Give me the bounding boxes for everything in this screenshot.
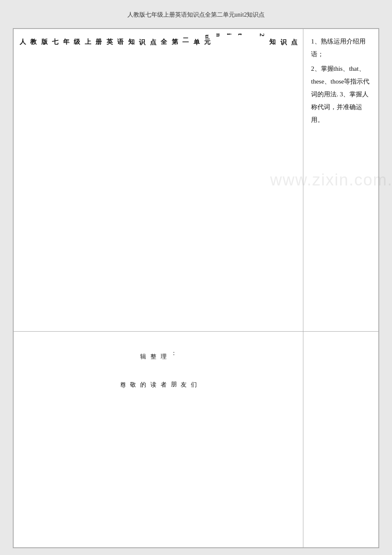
left-title-vertical: 人教版七年级上册英语知识点全第二单元unit2知识点 xyxy=(17,33,300,38)
page-container: 人教版七年级上册英语知识点全第二单元unit2知识点 www.zixin.com… xyxy=(13,28,379,548)
left-column-bottom: 辑整理： 尊敬的读者朋友们 xyxy=(14,331,303,547)
content-area: 1、熟练运用介绍用语； 2、掌握this、that、these、those等指示… xyxy=(311,35,371,126)
header-title: 人教版七年级上册英语知识点全第二单元unit2知识点 xyxy=(127,12,265,18)
content-line-2: 2、掌握this、that、these、those等指示代词的用法. 3、掌握人… xyxy=(311,62,371,126)
editor-label: 辑整理： xyxy=(138,349,179,356)
right-column-top: www.zixin.com.cn 1、熟练运用介绍用语； 2、掌握this、th… xyxy=(303,29,379,332)
main-table: 人教版七年级上册英语知识点全第二单元unit2知识点 www.zixin.com… xyxy=(13,29,379,548)
page-header: 人教版七年级上册英语知识点全第二单元unit2知识点 xyxy=(13,9,379,21)
left-column-top: 人教版七年级上册英语知识点全第二单元unit2知识点 xyxy=(14,29,303,332)
left-cell-content-bottom: 辑整理： 尊敬的读者朋友们 xyxy=(17,336,300,543)
content-line-1: 1、熟练运用介绍用语； xyxy=(311,35,371,61)
greeting-text: 尊敬的读者朋友们 xyxy=(118,377,199,377)
right-column-bottom xyxy=(303,331,379,547)
left-cell-content-top: 人教版七年级上册英语知识点全第二单元unit2知识点 xyxy=(17,33,300,38)
